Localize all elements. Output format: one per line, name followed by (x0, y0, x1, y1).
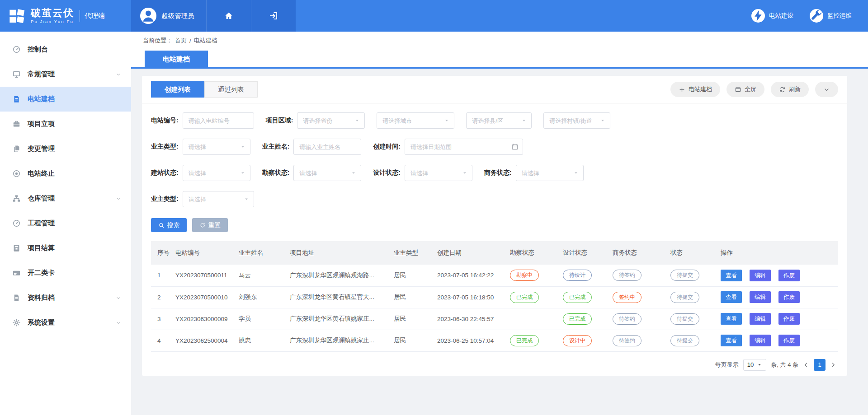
table-row: 4YX2023062500004姚忠广东深圳龙华区观澜镇姚家庄...居民2023… (151, 330, 838, 351)
build-status-select[interactable] (183, 165, 250, 181)
page-body: 创建列表通过列表 电站建档全屏刷新 电站编号:项目区域:业主类型:业主姓名:创建… (131, 69, 868, 415)
sidebar-item-1[interactable]: 控制台 (0, 37, 131, 62)
filter-label: 业主类型: (151, 195, 179, 203)
business-status-select[interactable] (516, 165, 583, 181)
per-page-select[interactable]: 10 (743, 359, 766, 371)
date-range-date-input[interactable] (405, 139, 523, 154)
more-actions-button[interactable] (815, 82, 838, 97)
create-station-button[interactable]: 电站建档 (670, 82, 720, 97)
reset-button[interactable]: 重置 (192, 218, 228, 232)
page-1-button[interactable]: 1 (814, 359, 826, 371)
breadcrumb-home-link[interactable]: 首页 (175, 37, 187, 45)
quick-link-2[interactable]: 监控运维 (810, 9, 852, 23)
fullscreen-button[interactable]: 全屏 (726, 82, 764, 97)
owner-name: 刘强东 (237, 286, 288, 308)
prev-page-button[interactable] (803, 362, 809, 368)
view-button[interactable]: 查看 (721, 291, 742, 303)
survey-status-select[interactable] (294, 165, 361, 181)
province-select[interactable] (297, 113, 364, 128)
next-page-button[interactable] (830, 362, 836, 368)
station-code-input[interactable] (183, 113, 254, 128)
sidebar-item-10[interactable]: 开二类卡 (0, 261, 131, 285)
sidebar-item-4[interactable]: 项目立项 (0, 112, 131, 136)
view-button[interactable]: 查看 (721, 270, 742, 281)
table-row: 3YX2023063000009学员广东深圳龙华区黄石镇姚家庄...居民2023… (151, 308, 838, 330)
design-status-cell: 已完成 (561, 286, 611, 308)
topbar-user-section: 超级管理员 (131, 0, 296, 32)
app: 破茧云伏 Po Jian Yun Fu 代理端 超级管理员 电站建设监控运维 控… (0, 0, 868, 415)
status-badge: 待签约 (613, 270, 642, 281)
edit-button[interactable]: 编辑 (750, 291, 771, 303)
copy-icon (12, 145, 21, 153)
station-table: 序号电站编号业主姓名项目地址业主类型创建日期勘察状态设计状态商务状态状态操作 1… (151, 241, 838, 352)
sidebar-item-label: 仓库管理 (28, 194, 55, 203)
town-select[interactable] (544, 113, 610, 128)
refresh-button[interactable]: 刷新 (771, 82, 809, 97)
user-menu[interactable]: 超级管理员 (131, 0, 206, 32)
row-index: 4 (151, 330, 174, 351)
sidebar-item-5[interactable]: 变更管理 (0, 136, 131, 161)
edit-button[interactable]: 编辑 (750, 270, 771, 281)
warehouse-icon (12, 194, 21, 203)
design-status-select[interactable] (405, 165, 472, 181)
void-button[interactable]: 作废 (778, 313, 800, 325)
business-status-cell: 待签约 (611, 265, 669, 286)
sidebar-item-6[interactable]: 电站终止 (0, 161, 131, 186)
chevron-down-icon (116, 72, 121, 77)
tab-passed-list[interactable]: 通过列表 (204, 81, 258, 98)
sidebar-item-label: 资料归档 (28, 294, 55, 302)
void-button[interactable]: 作废 (778, 270, 800, 281)
page-tab-station-archive[interactable]: 电站建档 (145, 51, 208, 67)
row-index: 1 (151, 265, 174, 286)
home-button[interactable] (206, 0, 251, 32)
sidebar-item-7[interactable]: 仓库管理 (0, 186, 131, 211)
logout-button[interactable] (251, 0, 296, 32)
owner-type: 居民 (392, 330, 435, 351)
filter-owner-type-2: 业主类型: (151, 191, 254, 207)
tab-create-list[interactable]: 创建列表 (151, 81, 204, 98)
view-button[interactable]: 查看 (721, 335, 742, 346)
filter-label: 商务状态: (484, 169, 512, 177)
sidebar-item-2[interactable]: 常规管理 (0, 62, 131, 87)
column-header: 勘察状态 (508, 241, 561, 265)
void-button[interactable]: 作废 (778, 291, 800, 303)
filter-city (377, 112, 454, 129)
total-count-label: 条, 共 4 条 (771, 361, 798, 369)
filter-form: 电站编号:项目区域:业主类型:业主姓名:创建时间:建站状态:勘察状态:设计状态:… (142, 103, 847, 207)
owner-name-input[interactable] (294, 139, 361, 154)
status-badge: 已完成 (510, 292, 539, 303)
card-toolbar: 创建列表通过列表 电站建档全屏刷新 (142, 76, 847, 103)
search-button[interactable]: 搜索 (151, 218, 187, 232)
void-button[interactable]: 作废 (778, 335, 800, 346)
edit-button[interactable]: 编辑 (750, 335, 771, 346)
table-row: 1YX2023070500011马云广东深圳龙华区观澜镇观湖路...居民2023… (151, 265, 838, 286)
row-index: 3 (151, 308, 174, 330)
layout: 控制台常规管理电站建档项目立项变更管理电站终止仓库管理工程管理项目结算开二类卡资… (0, 32, 868, 415)
fullscreen-icon (735, 86, 741, 93)
quick-link-1[interactable]: 电站建设 (751, 9, 793, 23)
project-address: 广东深圳龙华区黄石镇姚家庄... (288, 308, 392, 330)
sidebar-item-3[interactable]: 电站建档 (0, 87, 131, 112)
sidebar-item-8[interactable]: 工程管理 (0, 211, 131, 236)
city-select[interactable] (377, 113, 454, 128)
quick-link-label: 监控运维 (827, 12, 852, 20)
home-icon (224, 11, 233, 20)
view-button[interactable]: 查看 (721, 313, 742, 325)
owner-type-2-select[interactable] (183, 191, 254, 207)
design-status-cell: 设计中 (561, 330, 611, 351)
sidebar-item-9[interactable]: 项目结算 (0, 236, 131, 261)
row-index: 2 (151, 286, 174, 308)
column-header: 业主类型 (392, 241, 435, 265)
filter-date-range: 创建时间: (373, 139, 523, 155)
county-select[interactable] (467, 113, 531, 128)
owner-type-select[interactable] (183, 139, 250, 154)
edit-button[interactable]: 编辑 (750, 313, 771, 325)
logout-icon (269, 11, 278, 20)
sidebar-item-12[interactable]: 系统设置 (0, 310, 131, 335)
sidebar-item-11[interactable]: 资料归档 (0, 285, 131, 310)
dashboard-icon (12, 45, 21, 54)
owner-name: 姚忠 (237, 330, 288, 351)
pagination: 每页显示 10 条, 共 4 条 1 (142, 352, 847, 371)
breadcrumb-current: 电站建档 (194, 37, 217, 45)
owner-type: 居民 (392, 265, 435, 286)
